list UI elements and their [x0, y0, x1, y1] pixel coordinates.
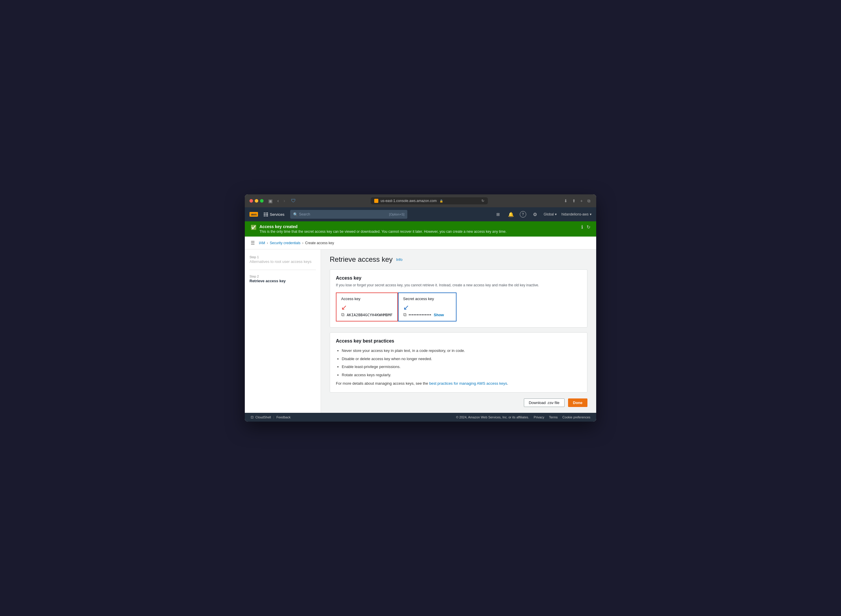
- tab-overview-icon[interactable]: ⧉: [586, 198, 591, 204]
- red-arrow-annotation: ↙: [341, 303, 347, 311]
- region-chevron: ▾: [555, 212, 557, 216]
- banner-refresh-icon[interactable]: ↻: [587, 224, 590, 230]
- copy-secret-key-icon[interactable]: ⧉: [403, 312, 407, 317]
- aws-footer: ⊡ CloudShell | Feedback © 2024, Amazon W…: [245, 413, 596, 422]
- best-practices-card: Access key best practices Never store yo…: [330, 332, 587, 393]
- footer-right: © 2024, Amazon Web Services, Inc. or its…: [456, 415, 590, 419]
- sidebar-toggle-icon[interactable]: ▣: [267, 198, 274, 204]
- footer-copyright: © 2024, Amazon Web Services, Inc. or its…: [456, 415, 529, 419]
- key-boxes: Access key ↙ ⧉ AKIA2BB4GCYH4KWHMBMF Secr…: [336, 292, 581, 321]
- show-secret-key-link[interactable]: Show: [434, 313, 444, 317]
- sidebar-divider: [250, 270, 316, 270]
- access-key-card-description: If you lose or forget your secret access…: [336, 283, 581, 288]
- browser-controls: ▣ ‹ ›: [267, 198, 286, 204]
- bp-footer-text: For more details about managing access k…: [336, 381, 429, 386]
- banner-title: Access key created: [260, 224, 506, 229]
- aws-logo[interactable]: aws: [250, 212, 258, 217]
- secret-key-value-row: ⧉ •••••••••••••• Show: [403, 312, 451, 317]
- settings-icon[interactable]: ⚙: [531, 210, 539, 219]
- breadcrumb-iam[interactable]: IAM: [259, 241, 265, 245]
- close-button[interactable]: [250, 199, 253, 202]
- forward-icon[interactable]: ›: [282, 198, 286, 204]
- back-icon[interactable]: ‹: [276, 198, 280, 204]
- breadcrumb-sep2: ›: [302, 241, 303, 245]
- done-button[interactable]: Done: [568, 399, 588, 407]
- footer-separator: |: [273, 415, 274, 419]
- banner-content: Access key created This is the only time…: [260, 224, 506, 234]
- nav-search-bar[interactable]: 🔍 [Option+S]: [290, 210, 407, 219]
- access-key-card: Access key If you lose or forget your se…: [330, 269, 587, 328]
- browser-actions: ⬇ ⬆ + ⧉: [563, 198, 591, 204]
- aws-logo-text: aws: [250, 212, 258, 217]
- breadcrumb-security-credentials[interactable]: Security credentials: [270, 241, 301, 245]
- hamburger-icon[interactable]: ☰: [251, 240, 255, 246]
- bp-footer-end: .: [507, 381, 508, 386]
- bp-item-3: Enable least-privilege permissions.: [342, 364, 581, 370]
- minimize-button[interactable]: [255, 199, 258, 202]
- breadcrumb-sep1: ›: [267, 241, 268, 245]
- user-label: hidandelions-aws: [561, 212, 589, 216]
- access-key-card-title: Access key: [336, 276, 581, 281]
- share-icon[interactable]: ⬆: [571, 198, 577, 204]
- new-tab-icon[interactable]: +: [579, 198, 584, 204]
- footer-terms[interactable]: Terms: [549, 415, 558, 419]
- main-layout: Step 1 Alternatives to root user access …: [245, 249, 596, 413]
- bp-item-2: Disable or delete access key when no lon…: [342, 356, 581, 362]
- lock-icon: 🔒: [440, 199, 443, 202]
- copy-access-key-icon[interactable]: ⧉: [341, 312, 344, 317]
- footer-privacy[interactable]: Privacy: [534, 415, 545, 419]
- sidebar-step2: Step 2 Retrieve access key: [250, 274, 316, 283]
- bp-footer: For more details about managing access k…: [336, 381, 581, 386]
- step1-label: Step 1: [250, 255, 316, 259]
- url-bar[interactable]: us-east-1.console.aws.amazon.com 🔒 ↻: [371, 197, 488, 204]
- grid-icon: [264, 213, 268, 216]
- reload-icon[interactable]: ↻: [481, 199, 484, 203]
- bell-icon[interactable]: 🔔: [507, 210, 515, 219]
- footer-left: ⊡ CloudShell | Feedback: [251, 415, 291, 419]
- download-csv-button[interactable]: Download .csv file: [524, 399, 565, 407]
- page-title: Retrieve access key: [330, 255, 393, 264]
- cloudshell-icon: ⊡: [251, 415, 254, 419]
- footer-cookie-preferences[interactable]: Cookie preferences: [562, 415, 590, 419]
- url-text: us-east-1.console.aws.amazon.com: [381, 199, 437, 203]
- search-icon: 🔍: [293, 212, 298, 217]
- sidebar-step1: Step 1 Alternatives to root user access …: [250, 255, 316, 264]
- best-practices-list: Never store your access key in plain tex…: [336, 348, 581, 378]
- bp-footer-link[interactable]: best practices for managing AWS access k…: [429, 381, 507, 386]
- traffic-lights: [250, 199, 264, 202]
- secret-key-box: Secret access key ↙ ⧉ •••••••••••••• Sho…: [398, 292, 456, 321]
- success-check-icon: ✅: [251, 224, 257, 230]
- maximize-button[interactable]: [260, 199, 264, 202]
- banner-subtitle: This is the only time that the secret ac…: [260, 230, 506, 234]
- cloudshell-button[interactable]: ⊡ CloudShell: [251, 415, 271, 419]
- cloudshell-label: CloudShell: [255, 415, 271, 419]
- search-input[interactable]: [299, 212, 389, 216]
- banner-right-icons: ℹ ↻: [581, 224, 590, 230]
- terminal-icon[interactable]: ⊞: [494, 210, 502, 219]
- access-key-content: ↙: [341, 303, 393, 312]
- info-link[interactable]: Info: [396, 257, 403, 262]
- feedback-link[interactable]: Feedback: [276, 415, 291, 419]
- best-practices-title: Access key best practices: [336, 339, 581, 344]
- nav-user[interactable]: hidandelions-aws ▾: [561, 212, 591, 216]
- access-key-value-row: ⧉ AKIA2BB4GCYH4KWHMBMF: [341, 312, 393, 317]
- help-icon[interactable]: ?: [520, 211, 526, 217]
- secret-key-masked: ••••••••••••••: [409, 313, 432, 317]
- access-key-box: Access key ↙ ⧉ AKIA2BB4GCYH4KWHMBMF: [336, 292, 398, 321]
- access-key-value: AKIA2BB4GCYH4KWHMBMF: [347, 313, 393, 317]
- download-icon[interactable]: ⬇: [563, 198, 569, 204]
- banner-info-icon[interactable]: ℹ: [581, 224, 583, 230]
- aws-nav: aws Services 🔍 [Option+S] ⊞ 🔔 ? ⚙ Global…: [245, 207, 596, 221]
- browser-window: ▣ ‹ › 🛡 us-east-1.console.aws.amazon.com…: [245, 194, 596, 422]
- step2-label: Step 2: [250, 274, 316, 278]
- success-banner: ✅ Access key created This is the only ti…: [245, 221, 596, 236]
- nav-region[interactable]: Global ▾: [544, 212, 557, 216]
- nav-services[interactable]: Services: [261, 211, 287, 218]
- step1-title: Alternatives to root user access keys: [250, 260, 316, 264]
- region-label: Global: [544, 212, 554, 216]
- services-label: Services: [270, 212, 284, 217]
- nav-right: ⊞ 🔔 ? ⚙ Global ▾ hidandelions-aws ▾: [494, 210, 591, 219]
- user-chevron: ▾: [590, 212, 591, 216]
- page-title-row: Retrieve access key Info: [330, 255, 587, 264]
- content-area: Retrieve access key Info Access key If y…: [321, 249, 596, 413]
